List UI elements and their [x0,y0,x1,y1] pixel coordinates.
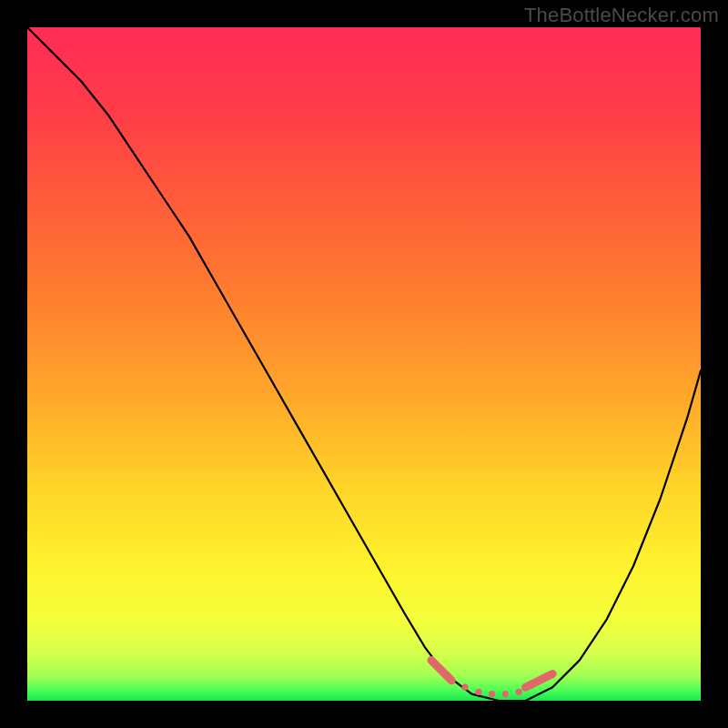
highlight-dot [502,691,509,697]
highlight-dot [475,689,481,695]
highlight-dot [516,689,522,695]
highlight-dot [489,691,495,697]
gradient-background [27,27,701,701]
plot-area [27,27,701,701]
chart-svg [27,27,701,701]
watermark-label: TheBottleNecker.com [524,4,719,27]
chart-frame: TheBottleNecker.com [0,0,728,728]
highlight-dot [461,684,468,691]
